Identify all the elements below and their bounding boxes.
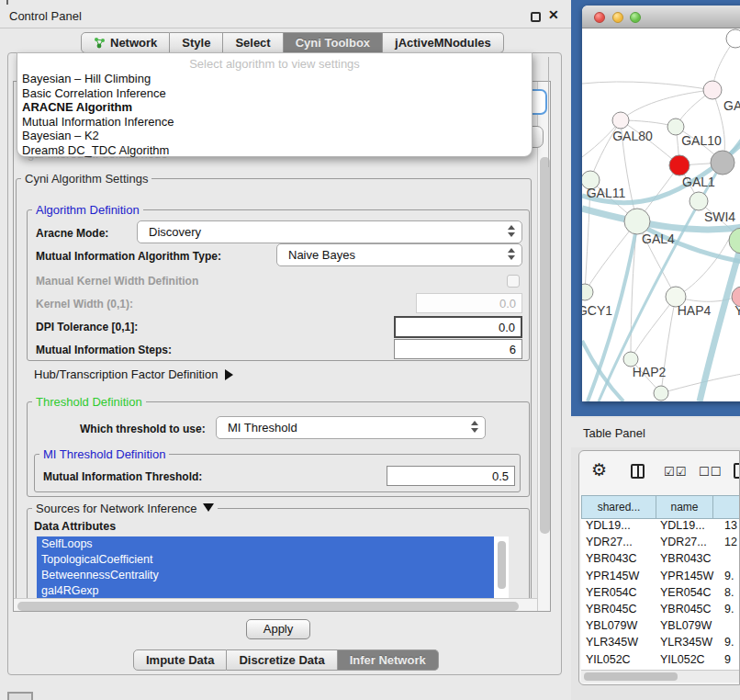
table-horizontal-scrollbar[interactable] [581, 670, 740, 683]
cell-shared-name: YPR145W [581, 570, 656, 586]
cyni-settings-group-title: Cyni Algorithm Settings [21, 172, 151, 186]
table-body: YDL19... YDL19... 13 YDR27... YDR27... 1… [581, 519, 740, 670]
dropdown-item[interactable]: Mutual Information Inference [17, 115, 532, 130]
network-node[interactable] [624, 209, 650, 234]
dropdown-item[interactable]: Dream8 DC_TDC Algorithm [17, 143, 532, 158]
combo-spinner-icon [508, 225, 515, 237]
table-row[interactable]: YBR045C YBR045C 9. [581, 603, 740, 619]
network-window[interactable]: GAL7GAL80GAL10GAL1GAL11SWI4GAL4GCY1HAP4Y… [582, 6, 740, 401]
dropdown-placeholder: Select algorithm to view settings [17, 53, 532, 71]
table-row[interactable]: YBR043C YBR043C [581, 552, 740, 569]
column-header-name[interactable]: name [656, 495, 713, 519]
hub-section-toggle[interactable]: Hub/Transcription Factor Definition [34, 367, 233, 381]
threshold-definition-title: Threshold Definition [32, 395, 146, 409]
network-node[interactable] [690, 192, 708, 210]
tab-discretize-data[interactable]: Discretize Data [227, 649, 337, 671]
table-row[interactable]: YLR345W YLR345W 9. [581, 636, 740, 652]
select-all-checkboxes-icon[interactable]: ☑☑ [664, 465, 687, 479]
network-node-label: GAL1 [682, 175, 715, 189]
tab-infer-network[interactable]: Infer Network [338, 649, 439, 671]
list-item[interactable]: gal4RGexp [37, 583, 494, 599]
tab-network-label: Network [110, 33, 157, 52]
tab-cyni-toolbox[interactable]: Cyni Toolbox [284, 32, 383, 53]
table-row[interactable]: YBL079W YBL079W [581, 619, 740, 636]
aracne-mode-value: Discovery [149, 225, 201, 239]
network-node[interactable] [703, 81, 722, 99]
mi-steps-label: Mutual Information Steps: [36, 344, 172, 356]
kernel-width-field[interactable]: 0.0 [416, 293, 522, 313]
list-scrollbar[interactable] [498, 541, 506, 589]
zoom-traffic-icon[interactable] [630, 12, 641, 23]
table-row[interactable]: YPR145W YPR145W 9. [581, 570, 740, 586]
mi-type-combobox[interactable]: Naive Bayes [276, 243, 522, 266]
cell-name: YBL079W [656, 619, 713, 636]
horizontal-scrollbar[interactable] [14, 598, 537, 612]
aracne-mode-label: Aracne Mode: [36, 227, 108, 240]
close-icon[interactable]: ✕ [548, 7, 559, 22]
column-header-shared[interactable]: shared... [581, 495, 656, 519]
combo-spinner-icon [508, 248, 515, 260]
aracne-mode-combobox[interactable]: Discovery [137, 220, 522, 243]
cell-shared-name: YBR043C [581, 552, 656, 569]
cell-name: YDR27... [656, 536, 713, 552]
table-horizontal-scrollbar-thumb[interactable] [584, 672, 678, 681]
mi-steps-field[interactable]: 6 [394, 339, 522, 359]
cell-name: YPR145W [656, 570, 713, 586]
cell-value: 12 [713, 536, 740, 552]
list-item[interactable]: TopologicalCoefficient [37, 552, 494, 568]
cell-shared-name: YIL052C [581, 653, 656, 670]
tab-style[interactable]: Style [170, 32, 223, 53]
top-left-tick [6, 0, 8, 5]
float-window-icon[interactable] [531, 12, 541, 22]
dropdown-item-highlighted[interactable]: ARACNE Algorithm [17, 100, 532, 115]
table-toolbar: ⚙ ☑☑ ☐☐ [579, 457, 740, 488]
dropdown-item[interactable]: Bayesian – Hill Climbing [17, 72, 532, 86]
cell-shared-name: YBL079W [581, 619, 656, 636]
mi-threshold-field[interactable]: 0.5 [387, 466, 515, 486]
cell-value: 9. [713, 636, 740, 652]
network-panel-frame: GAL7GAL80GAL10GAL1GAL11SWI4GAL4GCY1HAP4Y… [571, 0, 740, 416]
apply-button[interactable]: Apply [246, 619, 310, 639]
table-row[interactable]: YDL19... YDL19... 13 [581, 519, 740, 536]
table-row[interactable]: YER054C YER054C 8. [581, 586, 740, 603]
tab-network[interactable]: Network [81, 32, 170, 53]
column-header-partial[interactable] [713, 495, 740, 519]
network-node-label: SWI4 [704, 209, 735, 224]
document-icon[interactable] [734, 463, 740, 479]
network-svg[interactable]: GAL7GAL80GAL10GAL1GAL11SWI4GAL4GCY1HAP4Y… [582, 28, 740, 401]
tab-jactivemnodules[interactable]: jActiveMNodules [383, 32, 504, 53]
network-node[interactable] [612, 112, 629, 129]
minimize-traffic-icon[interactable] [612, 12, 623, 23]
manual-kernel-checkbox[interactable] [507, 275, 520, 288]
network-edge [631, 297, 676, 359]
table-row[interactable]: YIL052C YIL052C 9 [581, 653, 740, 670]
vertical-scrollbar-thumb[interactable] [540, 157, 550, 534]
cell-shared-name: YER054C [581, 586, 656, 603]
network-node[interactable] [711, 151, 734, 175]
sources-group-toggle[interactable]: Sources for Network Inference [32, 502, 218, 515]
tab-select[interactable]: Select [223, 32, 283, 53]
tab-impute-data[interactable]: Impute Data [133, 649, 227, 671]
horizontal-scrollbar-thumb[interactable] [17, 602, 519, 611]
which-threshold-combobox[interactable]: MI Threshold [216, 416, 486, 439]
close-traffic-icon[interactable] [594, 12, 605, 23]
dropdown-item[interactable]: Bayesian – K2 [17, 129, 532, 143]
network-window-titlebar[interactable] [582, 6, 740, 28]
network-node[interactable] [654, 386, 668, 401]
list-item[interactable]: BetweennessCentrality [37, 568, 494, 583]
dpi-tolerance-field[interactable]: 0.0 [394, 316, 522, 338]
columns-icon[interactable] [631, 464, 645, 479]
table-row[interactable]: YDR27... YDR27... 12 [581, 536, 740, 552]
network-node[interactable] [669, 155, 690, 175]
network-node[interactable] [726, 29, 740, 48]
manual-kernel-label: Manual Kernel Width Definition [36, 275, 198, 288]
cell-name: YIL052C [656, 653, 713, 670]
network-icon [94, 37, 106, 49]
hidden-groupbox-edge [548, 57, 549, 167]
dropdown-item[interactable]: Basic Correlation Inference [17, 86, 532, 101]
deselect-all-checkboxes-icon[interactable]: ☐☐ [699, 465, 722, 479]
network-node-label: GCY1 [582, 303, 612, 318]
network-node[interactable] [582, 284, 593, 300]
gear-icon[interactable]: ⚙ [591, 459, 607, 480]
list-item[interactable]: SelfLoops [37, 536, 494, 552]
